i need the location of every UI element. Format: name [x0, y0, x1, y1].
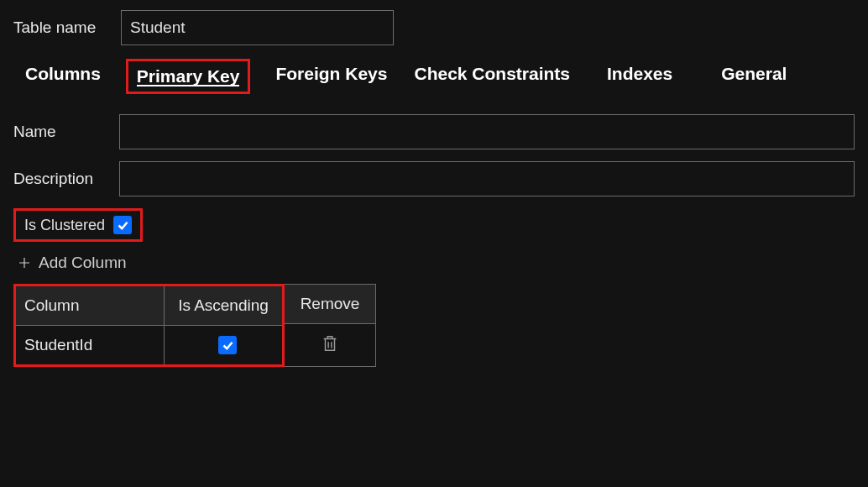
name-input[interactable]	[119, 114, 855, 149]
th-remove: Remove	[285, 285, 375, 323]
tab-primary-key[interactable]: Primary Key	[126, 59, 251, 94]
tab-indexes[interactable]: Indexes	[605, 59, 674, 94]
tabs: Columns Primary Key Foreign Keys Check C…	[24, 59, 855, 94]
add-column-label: Add Column	[39, 254, 127, 272]
description-input[interactable]	[119, 161, 855, 196]
description-label: Description	[13, 170, 114, 188]
tab-foreign-keys[interactable]: Foreign Keys	[274, 59, 389, 94]
check-icon	[222, 339, 234, 352]
is-clustered-label: Is Clustered	[24, 217, 105, 234]
description-row: Description	[13, 161, 855, 196]
th-column: Column	[16, 286, 164, 325]
trash-icon	[321, 334, 339, 353]
is-clustered-checkbox[interactable]	[113, 216, 132, 234]
add-column-button[interactable]: Add Column	[15, 254, 127, 272]
td-remove	[285, 324, 375, 363]
name-row: Name	[13, 114, 855, 149]
td-is-ascending	[165, 326, 282, 364]
table-name-input[interactable]	[121, 10, 394, 45]
remove-button[interactable]	[321, 334, 339, 353]
pk-boxed-area: Column StudentId Is Ascending	[13, 284, 285, 367]
tab-general[interactable]: General	[719, 59, 788, 94]
is-ascending-checkbox[interactable]	[218, 336, 237, 354]
name-label: Name	[13, 123, 114, 141]
tab-check-constraints[interactable]: Check Constraints	[412, 59, 572, 94]
th-is-ascending: Is Ascending	[165, 286, 282, 325]
table-name-label: Table name	[13, 18, 114, 37]
check-icon	[117, 219, 129, 232]
td-column[interactable]: StudentId	[16, 326, 164, 364]
tab-columns[interactable]: Columns	[24, 59, 102, 94]
pk-columns-table: Column StudentId Is Ascending Remove	[13, 284, 376, 367]
plus-icon	[15, 254, 34, 272]
is-clustered-group: Is Clustered	[13, 208, 143, 242]
table-name-row: Table name	[13, 10, 855, 45]
